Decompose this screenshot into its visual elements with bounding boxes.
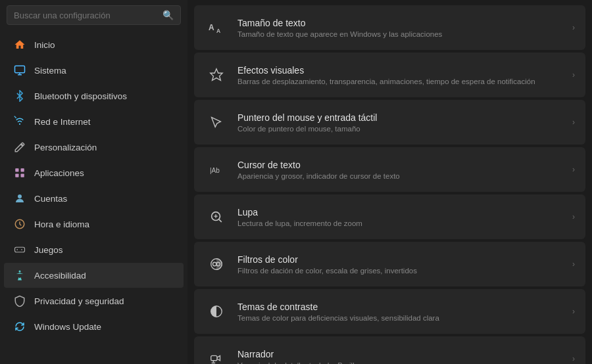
settings-item-puntero[interactable]: Puntero del mouse y entrada táctilColor … (194, 100, 585, 145)
settings-desc-tamano-texto: Tamaño de texto que aparece en Windows y… (237, 30, 567, 38)
nav-icon-aplicaciones (13, 166, 26, 179)
sidebar-item-sistema[interactable]: Sistema (4, 58, 184, 83)
nav-icon-juegos (13, 243, 26, 256)
chevron-right-icon: › (572, 70, 575, 80)
sidebar: 🔍 InicioSistemaBluetooth y dispositivosR… (0, 0, 187, 364)
sidebar-item-cuentas[interactable]: Cuentas (4, 186, 184, 211)
nav-icon-update (13, 320, 26, 333)
settings-desc-filtros-color: Filtros de dación de color, escala de gr… (237, 267, 567, 275)
nav-label-accesibilidad: Accesibilidad (34, 271, 86, 281)
svg-point-9 (19, 271, 21, 273)
chevron-right-icon: › (572, 354, 575, 363)
nav-label-cuentas: Cuentas (34, 194, 67, 204)
settings-text-lupa: LupaLectura de lupa, incremento de zoom (237, 207, 567, 227)
nav-icon-red (13, 115, 26, 128)
nav-label-inicio: Inicio (34, 40, 55, 50)
nav-icon-bluetooth (13, 89, 26, 102)
nav-label-juegos: Juegos (34, 245, 63, 255)
settings-icon-efectos-visuales (205, 63, 228, 87)
settings-text-temas-contraste: Temas de contrasteTemas de color para de… (237, 302, 567, 322)
settings-item-narrador[interactable]: NarradorVoz, nivel de detalle, teclado, … (194, 336, 585, 364)
settings-icon-puntero (205, 110, 228, 134)
settings-title-temas-contraste: Temas de contraste (237, 302, 567, 312)
nav-icon-inicio (13, 38, 26, 51)
settings-text-narrador: NarradorVoz, nivel de detalle, teclado, … (237, 349, 567, 365)
settings-item-filtros-color[interactable]: Filtros de colorFiltros de dación de col… (194, 242, 585, 286)
nav-icon-accesibilidad (13, 269, 26, 282)
svg-point-1 (19, 124, 20, 125)
svg-rect-19 (211, 355, 217, 360)
settings-desc-lupa: Lectura de lupa, incremento de zoom (237, 219, 567, 227)
svg-rect-5 (21, 174, 24, 177)
settings-text-cursor: Cursor de textoApariencia y grosor, indi… (237, 160, 567, 180)
svg-point-16 (213, 262, 217, 266)
nav-icon-cuentas (13, 192, 26, 205)
nav-icon-personalizacion (13, 141, 26, 154)
sidebar-item-bluetooth[interactable]: Bluetooth y dispositivos (4, 83, 184, 108)
svg-rect-4 (15, 174, 18, 177)
settings-item-lupa[interactable]: LupaLectura de lupa, incremento de zoom› (194, 194, 585, 239)
svg-rect-0 (15, 66, 25, 73)
settings-text-filtros-color: Filtros de colorFiltros de dación de col… (237, 254, 567, 275)
nav-label-update: Windows Update (34, 322, 101, 332)
nav-label-personalizacion: Personalización (34, 143, 97, 152)
settings-text-efectos-visuales: Efectos visualesBarras de desplazamiento… (237, 65, 567, 85)
sidebar-item-privacidad[interactable]: Privacidad y seguridad (4, 288, 184, 313)
settings-list: AATamaño de textoTamaño de texto que apa… (194, 5, 585, 364)
settings-desc-temas-contraste: Temas de color para deficiencias visuale… (237, 314, 567, 322)
svg-marker-12 (210, 69, 222, 80)
settings-desc-efectos-visuales: Barras de desplazamiento, transparencia,… (237, 78, 567, 85)
settings-icon-lupa (205, 205, 228, 229)
settings-item-tamano-texto[interactable]: AATamaño de textoTamaño de texto que apa… (194, 5, 585, 50)
search-input[interactable] (14, 11, 157, 20)
settings-desc-puntero: Color de puntero del mouse, tamaño (237, 125, 567, 133)
main-content: AATamaño de textoTamaño de texto que apa… (187, 0, 592, 364)
sidebar-item-personalizacion[interactable]: Personalización (4, 135, 184, 160)
nav-label-hora: Hora e idioma (34, 219, 89, 229)
search-bar[interactable]: 🔍 (7, 5, 181, 25)
settings-text-tamano-texto: Tamaño de textoTamaño de texto que apare… (237, 18, 567, 38)
sidebar-item-red[interactable]: Red e Internet (4, 109, 184, 134)
nav-icon-sistema (13, 64, 26, 77)
settings-desc-narrador: Voz, nivel de detalle, teclado, Braille (237, 361, 567, 365)
settings-title-puntero: Puntero del mouse y entrada táctil (237, 112, 567, 123)
settings-desc-cursor: Apariencia y grosor, indicador de cursor… (237, 172, 567, 180)
settings-item-cursor[interactable]: |AbCursor de textoApariencia y grosor, i… (194, 147, 585, 192)
settings-title-cursor: Cursor de texto (237, 160, 567, 170)
sidebar-item-inicio[interactable]: Inicio (4, 32, 184, 57)
nav-label-bluetooth: Bluetooth y dispositivos (34, 91, 127, 101)
sidebar-item-aplicaciones[interactable]: Aplicaciones (4, 160, 184, 185)
settings-icon-cursor: |Ab (205, 158, 228, 181)
settings-title-filtros-color: Filtros de color (237, 254, 567, 265)
chevron-right-icon: › (572, 23, 575, 32)
sidebar-item-update[interactable]: Windows Update (4, 314, 184, 339)
nav-list: InicioSistemaBluetooth y dispositivosRed… (0, 32, 187, 340)
settings-icon-tamano-texto: AA (205, 16, 228, 39)
chevron-right-icon: › (572, 118, 575, 127)
nav-icon-privacidad (13, 294, 26, 307)
chevron-right-icon: › (572, 165, 575, 174)
settings-item-temas-contraste[interactable]: Temas de contrasteTemas de color para de… (194, 289, 585, 334)
settings-item-efectos-visuales[interactable]: Efectos visualesBarras de desplazamiento… (194, 53, 585, 97)
settings-icon-narrador (205, 347, 228, 364)
nav-label-privacidad: Privacidad y seguridad (34, 296, 124, 306)
nav-icon-hora (13, 217, 26, 231)
sidebar-item-juegos[interactable]: Juegos (4, 237, 184, 262)
settings-text-puntero: Puntero del mouse y entrada táctilColor … (237, 112, 567, 133)
svg-point-6 (18, 194, 22, 198)
sidebar-item-hora[interactable]: Hora e idioma (4, 212, 184, 237)
svg-rect-3 (21, 168, 24, 171)
svg-rect-8 (15, 247, 25, 252)
svg-text:|Ab: |Ab (210, 167, 220, 174)
chevron-right-icon: › (572, 212, 575, 221)
nav-label-red: Red e Internet (34, 117, 91, 127)
svg-rect-2 (15, 168, 18, 171)
sidebar-item-accesibilidad[interactable]: Accesibilidad (4, 263, 184, 288)
search-icon: 🔍 (162, 10, 174, 20)
chevron-right-icon: › (572, 260, 575, 269)
svg-text:A: A (209, 23, 214, 32)
settings-title-tamano-texto: Tamaño de texto (237, 18, 567, 28)
svg-text:A: A (216, 28, 220, 34)
settings-title-efectos-visuales: Efectos visuales (237, 65, 567, 76)
nav-label-sistema: Sistema (34, 66, 66, 76)
